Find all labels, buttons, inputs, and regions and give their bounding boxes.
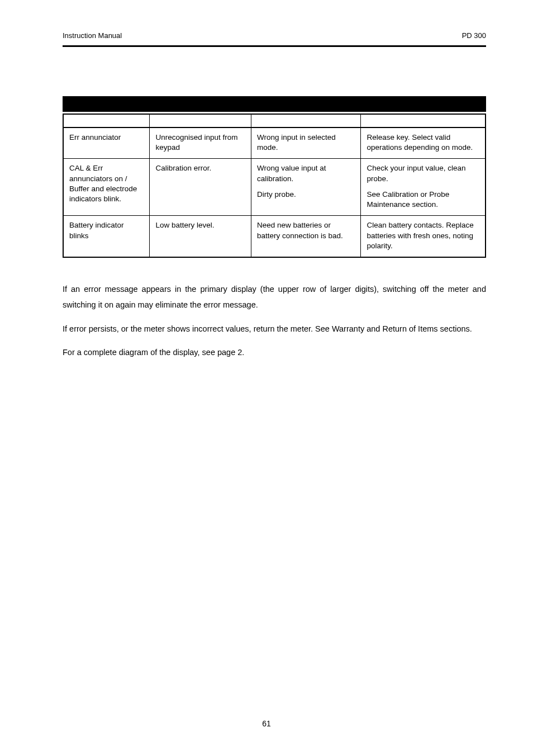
paragraph: If error persists, or the meter shows in… xyxy=(63,321,486,337)
cell-action: Clean battery contacts. Replace batterie… xyxy=(361,216,486,257)
cell-action: Check your input value, clean probe.See … xyxy=(361,159,486,216)
troubleshooting-table: Err annunciator Unrecognised input from … xyxy=(63,114,486,258)
page-footer: 61 xyxy=(0,719,533,728)
table-row: CAL & Err annunciators on / Buffer and e… xyxy=(63,159,486,216)
cell-symptom: Err annunciator xyxy=(63,127,150,159)
cell-symptom: Battery indicator blinks xyxy=(63,216,150,257)
cell-symptom: CAL & Err annunciators on / Buffer and e… xyxy=(63,159,150,216)
header-left: Instruction Manual xyxy=(63,31,122,40)
cell-cause: Unrecognised input from keypad xyxy=(150,127,251,159)
cell-detail: Wrong value input at calibration.Dirty p… xyxy=(251,159,361,216)
paragraph: For a complete diagram of the display, s… xyxy=(63,344,486,360)
paragraph: If an error message appears in the prima… xyxy=(63,281,486,313)
page-number: 61 xyxy=(262,719,271,728)
cell-cause: Calibration error. xyxy=(150,159,251,216)
table-row: Battery indicator blinks Low battery lev… xyxy=(63,216,486,257)
table-row: Err annunciator Unrecognised input from … xyxy=(63,127,486,159)
table-header-row xyxy=(63,114,486,127)
cell-detail: Need new batteries or battery connection… xyxy=(251,216,361,257)
cell-action: Release key. Select valid operations dep… xyxy=(361,127,486,159)
header-right: PD 300 xyxy=(462,31,486,40)
section-bar xyxy=(63,96,486,112)
header-divider xyxy=(63,45,486,47)
cell-cause: Low battery level. xyxy=(150,216,251,257)
cell-detail: Wrong input in selected mode. xyxy=(251,127,361,159)
page-header: Instruction Manual PD 300 xyxy=(63,31,486,40)
